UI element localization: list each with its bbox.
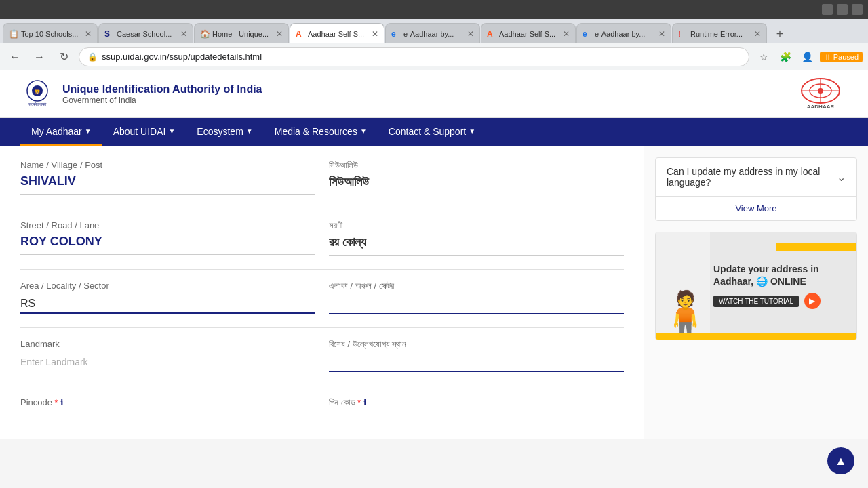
area-english-input[interactable] xyxy=(20,295,315,314)
address-bar[interactable]: 🔒 ssup.uidai.gov.in/ssup/updatedetails.h… xyxy=(79,47,749,66)
area-bengali-label: এলাকা / অঞ্চল / সেক্টর xyxy=(329,281,624,291)
tab-8-close[interactable]: ✕ xyxy=(754,29,761,39)
area-bengali-group: এলাকা / অঞ্চল / সেক্টর xyxy=(329,281,624,314)
tab-4[interactable]: A Aadhaar Self S... ✕ xyxy=(290,23,384,43)
tab-6-title: Aadhaar Self S... xyxy=(499,30,555,38)
profile-button[interactable]: 👤 xyxy=(798,47,817,66)
street-english-value: ROY COLONY xyxy=(20,235,315,255)
maximize-btn[interactable] xyxy=(837,4,848,15)
sidebar: Can I update my address in my local lang… xyxy=(644,146,868,439)
close-window-btn[interactable] xyxy=(852,4,863,15)
tab-2-close[interactable]: ✕ xyxy=(180,29,187,39)
pincode-bengali-label: পিন কোড * ℹ xyxy=(329,397,624,408)
paused-label: Paused xyxy=(833,53,859,61)
minimize-btn[interactable] xyxy=(822,4,833,15)
area-bengali-input[interactable] xyxy=(329,296,624,314)
tab-3-favicon: 🏠 xyxy=(200,29,210,39)
pincode-bengali-info-icon[interactable]: ℹ xyxy=(363,398,367,407)
nav-media[interactable]: Media & Resources ▼ xyxy=(264,118,378,146)
tab-5-title: e-Aadhaar by... xyxy=(403,30,454,38)
tutorial-aadhaar-text: Aadhaar, xyxy=(713,276,756,287)
back-button[interactable]: ← xyxy=(5,47,24,66)
landmark-bengali-input[interactable] xyxy=(329,354,624,372)
street-english-label: Street / Road / Lane xyxy=(20,220,315,230)
scroll-up-button[interactable]: ▲ xyxy=(827,447,854,474)
tab-5-favicon: e xyxy=(391,29,401,39)
nav-my-aadhaar-label: My Aadhaar xyxy=(31,126,82,137)
pincode-bengali-label-text: পিন কোড xyxy=(329,397,355,407)
divider-3 xyxy=(20,327,624,328)
tab-3-title: Home - Unique... xyxy=(212,30,269,38)
paused-badge: ⏸ Paused xyxy=(820,52,863,62)
new-tab-button[interactable]: + xyxy=(770,24,789,43)
tab-4-close[interactable]: ✕ xyxy=(372,29,378,39)
aadhaar-svg: AADHAAR xyxy=(793,77,848,111)
yellow-bottom-bar xyxy=(656,333,856,340)
tab-7[interactable]: e e-Aadhaar by... ✕ xyxy=(576,23,671,43)
tab-8[interactable]: ! Runtime Error... ✕ xyxy=(672,23,767,43)
tab-6-close[interactable]: ✕ xyxy=(563,29,570,39)
area-english-label: Area / Locality / Sector xyxy=(20,281,315,291)
landmark-bengali-label: বিশেষ / উল্লেখযোগ্য স্থান xyxy=(329,339,624,350)
name-english-value: SHIVALIV xyxy=(20,174,315,195)
uidai-logo: 🦁 सत्यमेव जयते Unique Identification Aut… xyxy=(20,77,262,111)
tab-1-favicon: 📋 xyxy=(9,29,18,39)
name-village-row: Name / Village / Post SHIVALIV সিউআলিউ স… xyxy=(20,160,624,195)
tutorial-online-text: 🌐 ONLINE xyxy=(756,276,806,287)
name-bengali-group: সিউআলিউ সিউআলিউ xyxy=(329,160,624,195)
tab-2[interactable]: S Caesar School... ✕ xyxy=(98,23,193,43)
faq-accordion[interactable]: Can I update my address in my local lang… xyxy=(655,157,857,221)
reload-button[interactable]: ↻ xyxy=(54,47,73,66)
landmark-row: Landmark বিশেষ / উল্লেখযোগ্য স্থান xyxy=(20,339,624,372)
svg-text:🦁: 🦁 xyxy=(34,88,41,95)
tab-5-close[interactable]: ✕ xyxy=(467,29,474,39)
view-more-link[interactable]: View More xyxy=(656,196,856,220)
landmark-english-input[interactable] xyxy=(20,353,315,371)
divider-4 xyxy=(20,386,624,386)
landmark-english-group: Landmark xyxy=(20,339,315,372)
page-content: 🦁 सत्यमेव जयते Unique Identification Aut… xyxy=(0,70,868,439)
tab-3[interactable]: 🏠 Home - Unique... ✕ xyxy=(194,23,289,43)
watch-tutorial-btn-container: WATCH THE TUTORIAL ▶ xyxy=(713,293,850,309)
lock-icon: 🔒 xyxy=(87,52,98,62)
street-bengali-group: সরণী রয় কোল্য xyxy=(329,220,624,256)
pincode-field-pair: Pincode * ℹ পিন কোড * ℹ xyxy=(20,397,624,412)
tab-7-close[interactable]: ✕ xyxy=(658,29,665,39)
nav-contact-label: Contact & Support xyxy=(389,126,466,137)
accordion-header[interactable]: Can I update my address in my local lang… xyxy=(656,158,856,196)
pincode-english-label: Pincode * ℹ xyxy=(20,397,315,407)
landmark-field-pair: Landmark বিশেষ / উল্লেখযোগ্য স্থান xyxy=(20,339,624,372)
tab-4-title: Aadhaar Self S... xyxy=(308,30,364,38)
tab-1-close[interactable]: ✕ xyxy=(85,29,92,39)
nav-my-aadhaar[interactable]: My Aadhaar ▼ xyxy=(20,118,102,146)
tab-1[interactable]: 📋 Top 10 Schools... ✕ xyxy=(3,23,98,43)
pincode-info-icon[interactable]: ℹ xyxy=(60,398,64,407)
nav-about-uidai-label: About UIDAI xyxy=(113,126,166,137)
extension-button[interactable]: 🧩 xyxy=(776,47,795,66)
tab-3-close[interactable]: ✕ xyxy=(276,29,283,39)
bookmark-button[interactable]: ☆ xyxy=(755,47,774,66)
nav-bar: ← → ↻ 🔒 ssup.uidai.gov.in/ssup/updatedet… xyxy=(0,43,868,70)
forward-button[interactable]: → xyxy=(30,47,49,66)
accordion-question: Can I update my address in my local lang… xyxy=(667,166,837,188)
pincode-english-group: Pincode * ℹ xyxy=(20,397,315,412)
url-text: ssup.uidai.gov.in/ssup/updatedetails.htm… xyxy=(102,52,262,62)
pincode-row: Pincode * ℹ পিন কোড * ℹ xyxy=(20,397,624,412)
nav-contact[interactable]: Contact & Support ▼ xyxy=(378,118,486,146)
tab-1-title: Top 10 Schools... xyxy=(21,30,78,38)
play-button[interactable]: ▶ xyxy=(804,293,821,309)
divider-1 xyxy=(20,209,624,209)
street-field-pair: Street / Road / Lane ROY COLONY সরণী রয়… xyxy=(20,220,624,256)
nav-my-aadhaar-arrow: ▼ xyxy=(85,127,92,135)
tab-6[interactable]: A Aadhaar Self S... ✕ xyxy=(481,23,576,43)
tab-5[interactable]: e e-Aadhaar by... ✕ xyxy=(385,23,480,43)
nav-ecosystem[interactable]: Ecosystem ▼ xyxy=(186,118,263,146)
name-field-pair: Name / Village / Post SHIVALIV সিউআলিউ স… xyxy=(20,160,624,195)
form-section: Name / Village / Post SHIVALIV সিউআলিউ স… xyxy=(0,146,644,439)
scroll-up-icon: ▲ xyxy=(835,454,847,468)
title-bar xyxy=(0,0,868,19)
area-field-pair: Area / Locality / Sector এলাকা / অঞ্চল /… xyxy=(20,281,624,314)
watch-tutorial-btn[interactable]: WATCH THE TUTORIAL xyxy=(713,296,799,307)
nav-about-uidai[interactable]: About UIDAI ▼ xyxy=(102,118,186,146)
uidai-sub: Government of India xyxy=(62,96,262,105)
